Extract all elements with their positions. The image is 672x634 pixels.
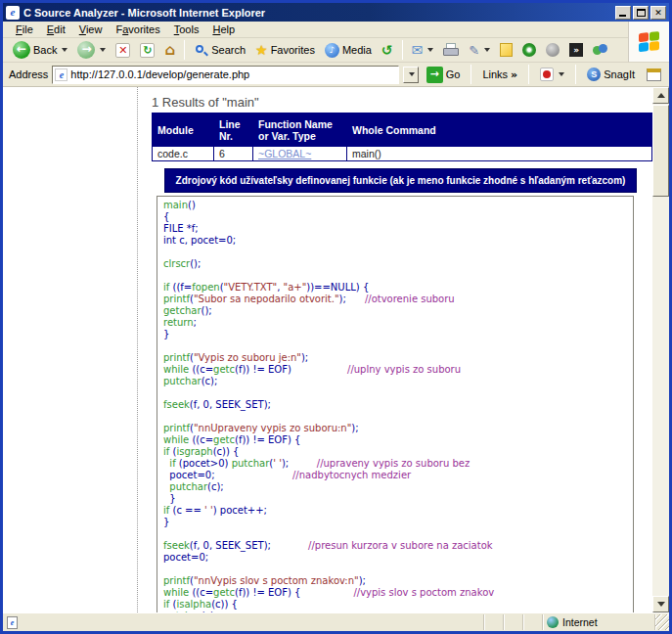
minimize-button[interactable] (615, 6, 631, 20)
snagit-window-button[interactable] (643, 64, 665, 85)
edit-dropdown-icon[interactable] (484, 48, 490, 52)
vertical-scrollbar[interactable] (652, 87, 669, 612)
code-line: pocet=0; //nadbytocnych medzier (163, 470, 627, 481)
go-arrow-icon: → (426, 67, 443, 83)
media-label: Media (342, 44, 372, 56)
source-code-box: main(){FILE *f;int c, pocet=0; clrscr();… (157, 196, 634, 612)
address-url: http://127.0.0.1/develop/generate.php (70, 68, 397, 80)
maximize-button[interactable] (633, 6, 649, 20)
edit-button[interactable]: ✎ (465, 39, 494, 61)
double-chevron-icon: » (569, 43, 583, 57)
code-line: FILE *f; (163, 223, 627, 235)
source-code-banner: Zdrojový kód užívateľsky definovanej fun… (164, 168, 637, 193)
address-input[interactable]: e http://127.0.0.1/develop/generate.php (52, 66, 398, 84)
favorites-star-icon: ★ (255, 43, 268, 58)
mail-button[interactable]: ✉ (408, 39, 438, 61)
go-button[interactable]: → Go (423, 64, 465, 85)
history-icon: ↺ (381, 43, 393, 58)
code-line: printf("Vypis zo suboru je:n"); (163, 352, 627, 364)
scroll-down-button[interactable] (652, 596, 669, 612)
snagit-window-icon (647, 68, 661, 81)
code-line: if (isgraph(c)) { (163, 446, 627, 458)
code-line: pocet=0; (163, 552, 627, 564)
home-button[interactable]: ⌂ (160, 39, 179, 61)
download-button[interactable]: » (565, 39, 587, 61)
media-button[interactable]: ♪ Media (321, 39, 376, 61)
snagit-button[interactable]: S SnagIt (583, 64, 639, 85)
mail-dropdown-icon[interactable] (427, 48, 433, 52)
cell-module: code.c (153, 147, 214, 161)
cell-command: main() (347, 147, 652, 161)
snagit-toolbar-button[interactable] (542, 39, 563, 61)
close-button[interactable]: ✕ (650, 6, 666, 20)
cell-func[interactable]: ~GLOBAL~ (253, 147, 347, 161)
status-pane (484, 614, 504, 630)
addressbar-separator (575, 65, 576, 84)
menu-item-help[interactable]: Help (205, 23, 242, 36)
messenger-button[interactable] (589, 39, 612, 61)
code-line: return; (163, 317, 627, 329)
cell-line: 6 (214, 147, 253, 161)
column-header: Line Nr. (214, 113, 253, 147)
print-icon (443, 43, 459, 57)
snagit-label: SnagIt (604, 68, 635, 80)
code-line: putchar(c); (163, 481, 627, 493)
back-button[interactable]: ← Back (9, 39, 71, 61)
code-line: while ((c=getc(f)) != EOF) { //vypis slo… (163, 587, 627, 599)
code-line: main() (163, 200, 627, 211)
arrow-up-icon (657, 93, 665, 98)
search-button[interactable]: Search (190, 39, 249, 61)
menu-item-view[interactable]: View (72, 23, 110, 36)
addressbar-separator (528, 65, 529, 84)
stop-icon: ✕ (115, 43, 130, 58)
menu-item-edit[interactable]: Edit (40, 23, 72, 36)
links-button[interactable]: Links » (478, 64, 521, 85)
windows-logo-icon (639, 30, 660, 52)
status-bar: e Internet (3, 612, 669, 631)
go-label: Go (446, 68, 461, 80)
extension-icon (540, 68, 554, 81)
zone-label: Internet (562, 616, 598, 628)
back-icon: ← (13, 41, 30, 59)
extension-button[interactable] (536, 64, 568, 85)
search-label: Search (211, 44, 246, 56)
extension-dropdown-icon[interactable] (559, 72, 564, 76)
menu-item-file[interactable]: File (9, 23, 40, 36)
stop-button[interactable]: ✕ (112, 39, 134, 61)
forward-icon: → (77, 41, 95, 59)
refresh-button[interactable]: ↻ (136, 39, 158, 61)
browser-window: e C Source Analyzer - Microsoft Internet… (0, 0, 672, 634)
history-button[interactable]: ↺ (378, 39, 397, 61)
address-dropdown-button[interactable] (403, 67, 419, 83)
back-dropdown-icon[interactable] (62, 48, 67, 52)
messenger-icon (593, 43, 608, 57)
menu-item-favorites[interactable]: Favorites (109, 23, 166, 36)
code-line: fseek(f, 0, SEEK_SET); (163, 399, 627, 411)
status-main-pane: e (3, 614, 484, 630)
code-line (163, 564, 627, 575)
icq-button[interactable] (518, 39, 540, 61)
back-label: Back (33, 44, 57, 56)
favorites-button[interactable]: ★ Favorites (251, 39, 319, 61)
scroll-up-button[interactable] (652, 87, 669, 104)
code-line (163, 270, 627, 282)
forward-button[interactable]: → (73, 39, 110, 61)
resize-grip[interactable] (655, 614, 669, 630)
internet-globe-icon (547, 616, 559, 628)
page-favicon: e (55, 68, 67, 81)
column-header: Whole Command (347, 113, 652, 147)
edit-icon: ✎ (469, 43, 479, 58)
discuss-button[interactable] (496, 39, 516, 61)
status-pane (504, 614, 523, 630)
code-line: putchar(c); (163, 376, 627, 387)
results-table: ModuleLine Nr.Function Name or Var. Type… (152, 113, 652, 161)
code-line: getchar(); (163, 305, 627, 317)
menu-item-tools[interactable]: Tools (167, 23, 206, 36)
code-line: if (isalpha(c)) { (163, 599, 627, 611)
code-line: } (163, 329, 627, 340)
document-icon: e (7, 616, 18, 629)
forward-dropdown-icon[interactable] (100, 48, 106, 52)
scrollbar-thumb[interactable] (652, 105, 669, 197)
print-button[interactable] (439, 39, 463, 61)
code-line: printf("nnVypis slov s poctom znakov:n")… (163, 575, 627, 587)
